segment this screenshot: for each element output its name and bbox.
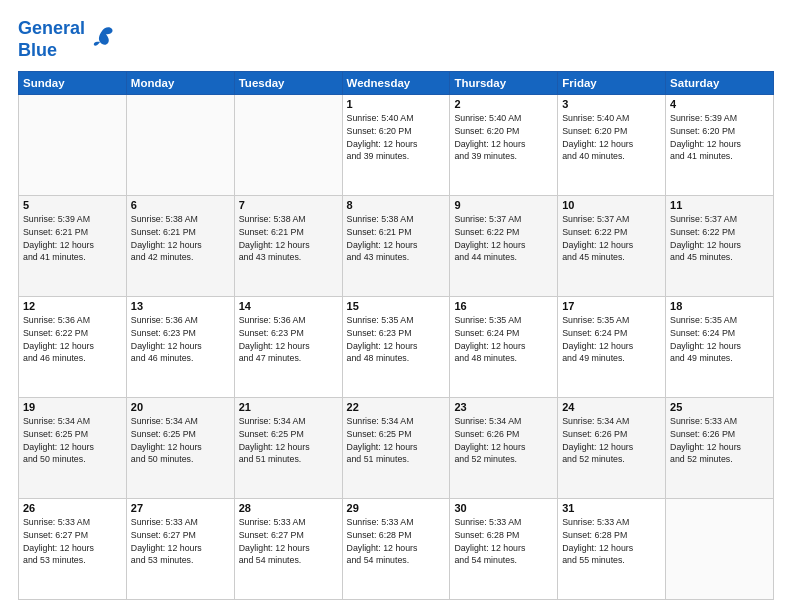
day-number: 12 <box>23 300 122 312</box>
calendar-cell: 17Sunrise: 5:35 AM Sunset: 6:24 PM Dayli… <box>558 297 666 398</box>
calendar-cell: 31Sunrise: 5:33 AM Sunset: 6:28 PM Dayli… <box>558 499 666 600</box>
calendar-cell: 21Sunrise: 5:34 AM Sunset: 6:25 PM Dayli… <box>234 398 342 499</box>
calendar-cell: 15Sunrise: 5:35 AM Sunset: 6:23 PM Dayli… <box>342 297 450 398</box>
day-number: 7 <box>239 199 338 211</box>
calendar-week-2: 5Sunrise: 5:39 AM Sunset: 6:21 PM Daylig… <box>19 196 774 297</box>
calendar-cell: 8Sunrise: 5:38 AM Sunset: 6:21 PM Daylig… <box>342 196 450 297</box>
col-header-saturday: Saturday <box>666 72 774 95</box>
day-info: Sunrise: 5:34 AM Sunset: 6:26 PM Dayligh… <box>562 415 661 466</box>
day-info: Sunrise: 5:37 AM Sunset: 6:22 PM Dayligh… <box>454 213 553 264</box>
day-number: 5 <box>23 199 122 211</box>
day-number: 31 <box>562 502 661 514</box>
day-info: Sunrise: 5:35 AM Sunset: 6:23 PM Dayligh… <box>347 314 446 365</box>
calendar-week-5: 26Sunrise: 5:33 AM Sunset: 6:27 PM Dayli… <box>19 499 774 600</box>
logo-bird-icon <box>88 23 116 57</box>
day-info: Sunrise: 5:40 AM Sunset: 6:20 PM Dayligh… <box>454 112 553 163</box>
calendar-week-3: 12Sunrise: 5:36 AM Sunset: 6:22 PM Dayli… <box>19 297 774 398</box>
day-info: Sunrise: 5:35 AM Sunset: 6:24 PM Dayligh… <box>562 314 661 365</box>
day-number: 8 <box>347 199 446 211</box>
calendar-cell <box>19 95 127 196</box>
day-info: Sunrise: 5:34 AM Sunset: 6:25 PM Dayligh… <box>131 415 230 466</box>
day-info: Sunrise: 5:37 AM Sunset: 6:22 PM Dayligh… <box>562 213 661 264</box>
day-number: 3 <box>562 98 661 110</box>
calendar-cell <box>234 95 342 196</box>
calendar-cell: 13Sunrise: 5:36 AM Sunset: 6:23 PM Dayli… <box>126 297 234 398</box>
day-number: 13 <box>131 300 230 312</box>
day-info: Sunrise: 5:34 AM Sunset: 6:26 PM Dayligh… <box>454 415 553 466</box>
day-number: 28 <box>239 502 338 514</box>
day-info: Sunrise: 5:36 AM Sunset: 6:23 PM Dayligh… <box>131 314 230 365</box>
calendar-cell <box>666 499 774 600</box>
calendar-cell: 9Sunrise: 5:37 AM Sunset: 6:22 PM Daylig… <box>450 196 558 297</box>
day-number: 10 <box>562 199 661 211</box>
calendar-cell: 4Sunrise: 5:39 AM Sunset: 6:20 PM Daylig… <box>666 95 774 196</box>
day-number: 15 <box>347 300 446 312</box>
col-header-sunday: Sunday <box>19 72 127 95</box>
day-number: 2 <box>454 98 553 110</box>
calendar-cell: 11Sunrise: 5:37 AM Sunset: 6:22 PM Dayli… <box>666 196 774 297</box>
day-info: Sunrise: 5:33 AM Sunset: 6:27 PM Dayligh… <box>131 516 230 567</box>
calendar-cell: 16Sunrise: 5:35 AM Sunset: 6:24 PM Dayli… <box>450 297 558 398</box>
calendar-cell: 2Sunrise: 5:40 AM Sunset: 6:20 PM Daylig… <box>450 95 558 196</box>
calendar-week-1: 1Sunrise: 5:40 AM Sunset: 6:20 PM Daylig… <box>19 95 774 196</box>
calendar-header-row: SundayMondayTuesdayWednesdayThursdayFrid… <box>19 72 774 95</box>
day-number: 21 <box>239 401 338 413</box>
day-number: 14 <box>239 300 338 312</box>
calendar-cell: 10Sunrise: 5:37 AM Sunset: 6:22 PM Dayli… <box>558 196 666 297</box>
calendar-cell: 20Sunrise: 5:34 AM Sunset: 6:25 PM Dayli… <box>126 398 234 499</box>
calendar-cell: 19Sunrise: 5:34 AM Sunset: 6:25 PM Dayli… <box>19 398 127 499</box>
day-number: 1 <box>347 98 446 110</box>
day-info: Sunrise: 5:34 AM Sunset: 6:25 PM Dayligh… <box>347 415 446 466</box>
day-info: Sunrise: 5:40 AM Sunset: 6:20 PM Dayligh… <box>562 112 661 163</box>
day-number: 17 <box>562 300 661 312</box>
logo: General Blue <box>18 18 116 61</box>
calendar-cell: 18Sunrise: 5:35 AM Sunset: 6:24 PM Dayli… <box>666 297 774 398</box>
day-info: Sunrise: 5:35 AM Sunset: 6:24 PM Dayligh… <box>670 314 769 365</box>
day-info: Sunrise: 5:38 AM Sunset: 6:21 PM Dayligh… <box>239 213 338 264</box>
day-info: Sunrise: 5:36 AM Sunset: 6:22 PM Dayligh… <box>23 314 122 365</box>
day-info: Sunrise: 5:33 AM Sunset: 6:28 PM Dayligh… <box>347 516 446 567</box>
calendar-cell: 28Sunrise: 5:33 AM Sunset: 6:27 PM Dayli… <box>234 499 342 600</box>
day-number: 20 <box>131 401 230 413</box>
calendar-cell: 29Sunrise: 5:33 AM Sunset: 6:28 PM Dayli… <box>342 499 450 600</box>
day-number: 25 <box>670 401 769 413</box>
day-number: 23 <box>454 401 553 413</box>
calendar-cell: 3Sunrise: 5:40 AM Sunset: 6:20 PM Daylig… <box>558 95 666 196</box>
day-number: 24 <box>562 401 661 413</box>
calendar-cell: 25Sunrise: 5:33 AM Sunset: 6:26 PM Dayli… <box>666 398 774 499</box>
col-header-wednesday: Wednesday <box>342 72 450 95</box>
day-number: 22 <box>347 401 446 413</box>
calendar-cell: 7Sunrise: 5:38 AM Sunset: 6:21 PM Daylig… <box>234 196 342 297</box>
day-info: Sunrise: 5:38 AM Sunset: 6:21 PM Dayligh… <box>347 213 446 264</box>
day-info: Sunrise: 5:33 AM Sunset: 6:27 PM Dayligh… <box>23 516 122 567</box>
day-number: 27 <box>131 502 230 514</box>
day-info: Sunrise: 5:33 AM Sunset: 6:28 PM Dayligh… <box>454 516 553 567</box>
day-info: Sunrise: 5:38 AM Sunset: 6:21 PM Dayligh… <box>131 213 230 264</box>
day-info: Sunrise: 5:40 AM Sunset: 6:20 PM Dayligh… <box>347 112 446 163</box>
logo-text: General Blue <box>18 18 85 61</box>
calendar-cell: 5Sunrise: 5:39 AM Sunset: 6:21 PM Daylig… <box>19 196 127 297</box>
day-number: 26 <box>23 502 122 514</box>
calendar-cell: 1Sunrise: 5:40 AM Sunset: 6:20 PM Daylig… <box>342 95 450 196</box>
day-number: 6 <box>131 199 230 211</box>
day-number: 18 <box>670 300 769 312</box>
day-info: Sunrise: 5:39 AM Sunset: 6:21 PM Dayligh… <box>23 213 122 264</box>
col-header-thursday: Thursday <box>450 72 558 95</box>
day-number: 9 <box>454 199 553 211</box>
calendar-cell: 24Sunrise: 5:34 AM Sunset: 6:26 PM Dayli… <box>558 398 666 499</box>
day-info: Sunrise: 5:34 AM Sunset: 6:25 PM Dayligh… <box>23 415 122 466</box>
day-info: Sunrise: 5:39 AM Sunset: 6:20 PM Dayligh… <box>670 112 769 163</box>
calendar-week-4: 19Sunrise: 5:34 AM Sunset: 6:25 PM Dayli… <box>19 398 774 499</box>
calendar-cell: 27Sunrise: 5:33 AM Sunset: 6:27 PM Dayli… <box>126 499 234 600</box>
day-number: 30 <box>454 502 553 514</box>
day-number: 11 <box>670 199 769 211</box>
col-header-friday: Friday <box>558 72 666 95</box>
logo-general: General <box>18 18 85 38</box>
day-info: Sunrise: 5:34 AM Sunset: 6:25 PM Dayligh… <box>239 415 338 466</box>
calendar-cell: 12Sunrise: 5:36 AM Sunset: 6:22 PM Dayli… <box>19 297 127 398</box>
day-number: 19 <box>23 401 122 413</box>
calendar-cell: 22Sunrise: 5:34 AM Sunset: 6:25 PM Dayli… <box>342 398 450 499</box>
col-header-monday: Monday <box>126 72 234 95</box>
calendar-cell: 14Sunrise: 5:36 AM Sunset: 6:23 PM Dayli… <box>234 297 342 398</box>
calendar-table: SundayMondayTuesdayWednesdayThursdayFrid… <box>18 71 774 600</box>
